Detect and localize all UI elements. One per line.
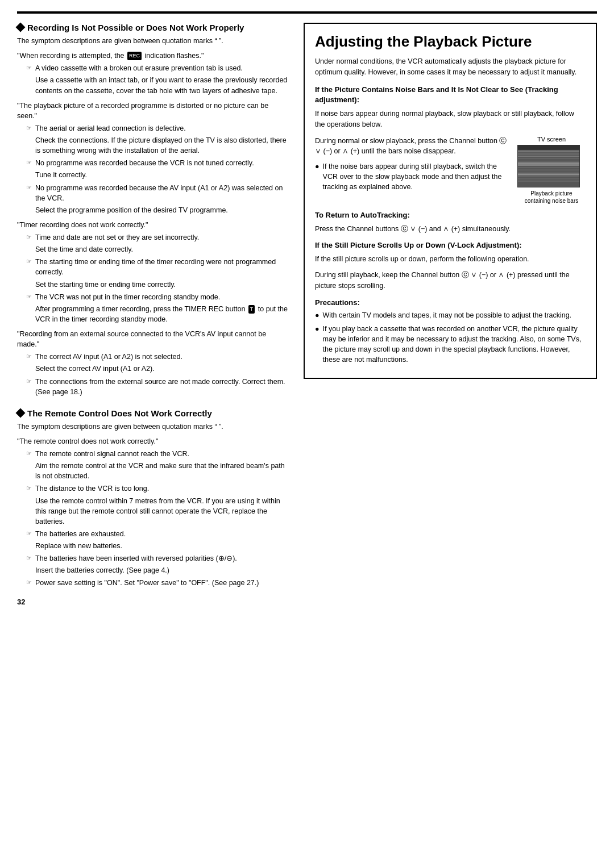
sub-text: Insert the batteries correctly. (See pag… [35, 565, 290, 575]
symptom1-quote: "When recording is attempted, the REC in… [17, 51, 290, 61]
sub-text: Select the programme position of the des… [35, 205, 290, 215]
vlock-body1: If the still picture scrolls up or down,… [315, 254, 586, 265]
bullet-text: The VCR was not put in the timer recordi… [35, 292, 290, 302]
autotracking-body: Press the Channel buttons ⓒ ∨ (−) and ∧ … [315, 224, 586, 235]
sub-text: After programming a timer recording, pre… [35, 304, 290, 324]
bullet-text: Power save setting is "ON". Set "Power s… [35, 578, 290, 588]
precaution-text2: If you play back a cassette that was rec… [323, 324, 586, 365]
arrow-icon: ☞ [26, 377, 32, 386]
tv-screen-area: TV screen [517, 136, 586, 205]
section1-intro: The symptom descriptions are given betwe… [17, 36, 290, 46]
arrow-icon: ☞ [26, 293, 32, 302]
sub-text: Set the time and date correctly. [35, 244, 290, 254]
bullet-text: Time and date are not set or they are se… [35, 232, 290, 243]
arrow-icon: ☞ [26, 158, 32, 168]
noise-bars-svg [518, 145, 579, 187]
arrow-icon: ☞ [26, 554, 32, 563]
bullet-text: No programme was recorded because the AV… [35, 183, 290, 203]
arrow-icon: ☞ [26, 257, 32, 266]
tracking-section: If the Picture Contains Noise Bars and I… [315, 85, 586, 205]
left-column: Recording Is Not Possible or Does Not Wo… [17, 23, 290, 606]
bullet-text: The remote control signal cannot reach t… [35, 449, 290, 459]
bullet-item: ☞ The batteries have been inserted with … [26, 553, 290, 564]
bullet-item: ☞ The starting time or ending time of th… [26, 257, 290, 277]
precautions-title: Precautions: [315, 298, 586, 307]
diamond-icon2 [16, 408, 26, 418]
tv-screen-img [517, 145, 580, 187]
bullet-text: The aerial or aerial lead connection is … [35, 123, 290, 133]
precautions-section: Precautions: ● With certain TV models an… [315, 298, 586, 365]
right-intro: Under normal conditions, the VCR automat… [315, 56, 586, 78]
svg-rect-17 [518, 173, 579, 176]
adjusting-title: Adjusting the Playback Picture [315, 33, 586, 51]
arrow-icon: ☞ [26, 124, 32, 133]
bullet-item: ☞ The batteries are exhausted. [26, 529, 290, 539]
bullet-item: ☞ Power save setting is "ON". Set "Power… [26, 578, 290, 588]
svg-rect-2 [518, 150, 579, 152]
bullet-item: ☞ No programme was recorded because the … [26, 183, 290, 203]
bullet-text: The starting time or ending time of the … [35, 257, 290, 277]
arrow-icon: ☞ [26, 529, 32, 539]
rec-indicator: REC [127, 52, 142, 60]
page-number: 32 [17, 598, 290, 606]
bullet-text: The batteries have been inserted with re… [35, 553, 290, 564]
bullet-item: ☞ No programme was recorded because the … [26, 158, 290, 168]
symptom3-quote: "Timer recording does not work correctly… [17, 220, 290, 230]
sub-text: Select the correct AV input (A1 or A2). [35, 364, 290, 374]
arrow-icon: ☞ [26, 352, 32, 361]
symptom4-quote: "Recording from an external source conne… [17, 329, 290, 349]
arrow-icon: ☞ [26, 578, 32, 587]
precaution-bullet2: ● If you play back a cassette that was r… [315, 324, 586, 365]
bullet-text: No programme was recorded because the VC… [35, 158, 290, 168]
bullet-text: The correct AV input (A1 or A2) is not s… [35, 352, 290, 362]
right-column: Adjusting the Playback Picture Under nor… [304, 23, 597, 379]
section2-title: The Remote Control Does Not Work Correct… [17, 408, 290, 418]
sub-text: Replace with new batteries. [35, 541, 290, 551]
tracking-text: During normal or slow playback, press th… [315, 136, 511, 205]
bullet-item: ☞ Time and date are not set or they are … [26, 232, 290, 243]
main-layout: Recording Is Not Possible or Does Not Wo… [17, 23, 597, 606]
top-border [17, 11, 597, 14]
section1-title: Recording Is Not Possible or Does Not Wo… [17, 23, 290, 32]
arrow-icon: ☞ [26, 64, 32, 73]
tv-screen-label: TV screen [517, 136, 586, 143]
arrow-icon: ☞ [26, 484, 32, 493]
tracking-title: If the Picture Contains Noise Bars and I… [315, 85, 586, 105]
svg-rect-3 [518, 152, 579, 155]
precaution-bullet1: ● With certain TV models and tapes, it m… [315, 310, 586, 320]
arrow-icon: ☞ [26, 449, 32, 458]
tracking-body1: If noise bars appear during normal playb… [315, 108, 586, 130]
sub-text: Aim the remote control at the VCR and ma… [35, 461, 290, 481]
sub-text: Set the starting time or ending time cor… [35, 279, 290, 290]
sub-text: Use a cassette with an intact tab, or if… [35, 75, 290, 95]
vlock-body2: During still playback, keep the Channel … [315, 270, 586, 291]
bullet-text: A video cassette with a broken out erasu… [35, 63, 290, 73]
dot-bullet-text: If the noise bars appear during still pl… [323, 161, 511, 192]
bullet-text: The batteries are exhausted. [35, 529, 290, 539]
diamond-icon1 [16, 23, 26, 32]
section-remote: The Remote Control Does Not Work Correct… [17, 408, 290, 589]
timer-icon: T [248, 305, 255, 314]
arrow-icon: ☞ [26, 233, 32, 242]
precaution-text1: With certain TV models and tapes, it may… [323, 310, 572, 320]
sub-text: Check the connections. If the picture di… [35, 135, 290, 156]
bullet-dot: ● [315, 324, 320, 334]
bullet-item: ☞ The remote control signal cannot reach… [26, 449, 290, 459]
bullet-text: The distance to the VCR is too long. [35, 483, 290, 494]
bullet-text: The connections from the external source… [35, 377, 290, 397]
tv-caption: Playback picturecontaining noise bars [517, 190, 586, 205]
tracking-area: During normal or slow playback, press th… [315, 136, 586, 205]
svg-rect-16 [518, 162, 579, 165]
symptom2-quote: "The playback picture of a recorded prog… [17, 101, 290, 121]
bullet-item: ☞ The correct AV input (A1 or A2) is not… [26, 352, 290, 362]
bullet-dot: ● [315, 161, 320, 172]
vlock-title: If the Still Picture Scrolls Up or Down … [315, 240, 586, 251]
section2-intro: The symptom descriptions are given betwe… [17, 422, 290, 432]
bullet-dot: ● [315, 310, 320, 320]
bullet-item: ☞ The aerial or aerial lead connection i… [26, 123, 290, 133]
remote-symptom-quote: "The remote control does not work correc… [17, 436, 290, 446]
vlock-section: If the Still Picture Scrolls Up or Down … [315, 240, 586, 291]
autotracking-title: To Return to AutoTracking: [315, 210, 586, 220]
section-recording: Recording Is Not Possible or Does Not Wo… [17, 23, 290, 397]
bullet-item: ☞ The distance to the VCR is too long. [26, 483, 290, 494]
